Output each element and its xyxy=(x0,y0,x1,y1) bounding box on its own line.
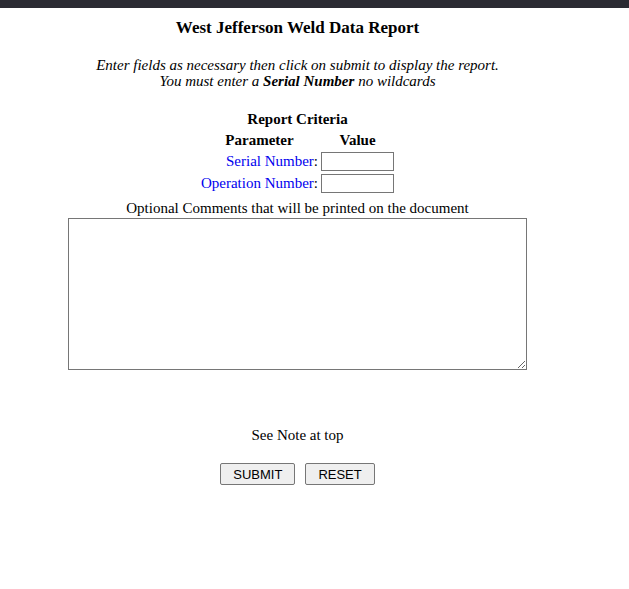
report-criteria-heading: Report Criteria xyxy=(0,110,595,129)
operation-number-input[interactable] xyxy=(321,174,394,193)
column-header-parameter: Parameter xyxy=(201,132,318,149)
instructions-serial-number-emphasis: Serial Number xyxy=(263,73,354,89)
serial-number-row: Serial Number: xyxy=(201,152,394,171)
serial-number-label-cell: Serial Number: xyxy=(201,152,318,171)
operation-number-value-cell xyxy=(321,174,394,193)
button-row: SUBMIT RESET xyxy=(0,463,595,485)
comments-textarea[interactable] xyxy=(68,218,527,370)
serial-number-value-cell xyxy=(321,152,394,171)
page-title: West Jefferson Weld Data Report xyxy=(0,18,595,38)
criteria-table: Parameter Value Serial Number: Operation… xyxy=(198,129,397,196)
instructions-text: Enter fields as necessary then click on … xyxy=(0,57,595,89)
reset-button[interactable]: RESET xyxy=(305,463,374,485)
top-bar xyxy=(0,0,629,8)
operation-number-colon: : xyxy=(314,175,318,191)
instructions-line1: Enter fields as necessary then click on … xyxy=(96,57,499,73)
serial-number-link[interactable]: Serial Number xyxy=(226,153,314,169)
serial-number-colon: : xyxy=(314,153,318,169)
operation-number-label-cell: Operation Number: xyxy=(201,174,318,193)
report-form: West Jefferson Weld Data Report Enter fi… xyxy=(0,18,595,485)
operation-number-row: Operation Number: xyxy=(201,174,394,193)
submit-button[interactable]: SUBMIT xyxy=(220,463,295,485)
instructions-line2-prefix: You must enter a xyxy=(159,73,263,89)
instructions-line2-suffix: no wildcards xyxy=(354,73,435,89)
column-header-value: Value xyxy=(321,132,394,149)
note-text: See Note at top xyxy=(0,427,595,444)
serial-number-input[interactable] xyxy=(321,152,394,171)
criteria-header-row: Parameter Value xyxy=(201,132,394,149)
operation-number-link[interactable]: Operation Number xyxy=(201,175,314,191)
comments-label: Optional Comments that will be printed o… xyxy=(0,200,595,217)
